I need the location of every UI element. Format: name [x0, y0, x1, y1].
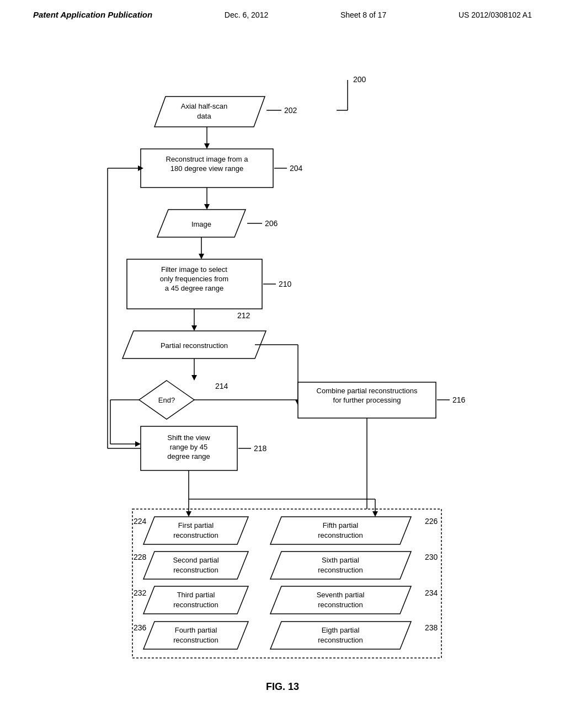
svg-text:228: 228	[134, 553, 147, 561]
svg-marker-9	[204, 143, 210, 149]
svg-text:Third partial: Third partial	[177, 591, 215, 599]
svg-text:data: data	[197, 112, 211, 120]
svg-text:Filter image to select: Filter image to select	[161, 265, 227, 274]
publication-title: Patent Application Publication	[33, 10, 152, 19]
svg-text:230: 230	[425, 553, 438, 561]
svg-text:degree range: degree range	[167, 452, 210, 461]
svg-text:236: 236	[134, 623, 147, 632]
svg-text:reconstruction: reconstruction	[318, 636, 363, 644]
svg-text:218: 218	[254, 444, 267, 453]
svg-text:reconstruction: reconstruction	[318, 566, 363, 574]
svg-text:a 45 degree range: a 45 degree range	[165, 284, 223, 292]
svg-marker-16	[204, 204, 210, 210]
svg-text:only frequencies from: only frequencies from	[160, 275, 228, 283]
svg-text:Combine partial reconstruction: Combine partial reconstructions	[317, 387, 418, 395]
svg-text:216: 216	[452, 395, 466, 404]
svg-marker-51	[135, 441, 141, 447]
svg-text:Shift the view: Shift the view	[167, 433, 210, 442]
publication-date: Dec. 6, 2012	[225, 10, 268, 19]
svg-text:Fifth partial: Fifth partial	[323, 521, 358, 529]
svg-text:Eigth partial: Eigth partial	[322, 626, 360, 634]
svg-marker-31	[191, 325, 197, 331]
svg-text:200: 200	[353, 75, 366, 84]
svg-text:Image: Image	[191, 220, 211, 228]
svg-text:226: 226	[425, 517, 438, 526]
svg-text:202: 202	[284, 106, 297, 115]
svg-text:reconstruction: reconstruction	[173, 601, 218, 609]
svg-text:Partial reconstruction: Partial reconstruction	[161, 341, 228, 350]
svg-marker-35	[191, 375, 197, 381]
svg-marker-69	[372, 511, 378, 517]
svg-text:Seventh partial: Seventh partial	[317, 591, 365, 599]
svg-text:238: 238	[425, 623, 438, 632]
flowchart-svg: 200 Axial half-scan data 202 Reconstruct…	[0, 25, 565, 698]
svg-text:180 degree view range: 180 degree view range	[170, 164, 243, 173]
svg-text:reconstruction: reconstruction	[173, 636, 218, 644]
page-header: Patent Application Publication Dec. 6, 2…	[0, 0, 565, 25]
svg-text:232: 232	[134, 588, 147, 597]
svg-text:reconstruction: reconstruction	[173, 566, 218, 574]
sheet-info: Sheet 8 of 17	[340, 10, 386, 19]
svg-text:Sixth partial: Sixth partial	[322, 556, 359, 564]
diagram-area: 200 Axial half-scan data 202 Reconstruct…	[0, 25, 565, 698]
svg-text:206: 206	[265, 219, 278, 228]
svg-marker-67	[186, 511, 191, 517]
svg-text:First partial: First partial	[178, 521, 214, 529]
svg-text:reconstruction: reconstruction	[318, 531, 363, 539]
svg-text:Fourth partial: Fourth partial	[175, 626, 217, 634]
svg-text:reconstruction: reconstruction	[173, 531, 218, 539]
svg-marker-22	[199, 254, 204, 259]
svg-text:for further processing: for further processing	[333, 396, 401, 404]
svg-text:214: 214	[215, 382, 228, 390]
svg-text:range by 45: range by 45	[170, 443, 208, 451]
patent-number: US 2012/0308102 A1	[459, 10, 532, 19]
svg-text:210: 210	[279, 280, 292, 288]
svg-text:234: 234	[425, 588, 438, 597]
svg-text:End?: End?	[158, 396, 175, 404]
svg-text:reconstruction: reconstruction	[318, 601, 363, 609]
svg-text:Axial half-scan: Axial half-scan	[181, 102, 228, 110]
svg-text:Second partial: Second partial	[173, 556, 218, 564]
svg-text:Reconstruct image from a: Reconstruct image from a	[166, 155, 249, 163]
svg-text:204: 204	[290, 164, 303, 173]
svg-text:212: 212	[237, 311, 250, 320]
svg-text:224: 224	[134, 517, 147, 526]
